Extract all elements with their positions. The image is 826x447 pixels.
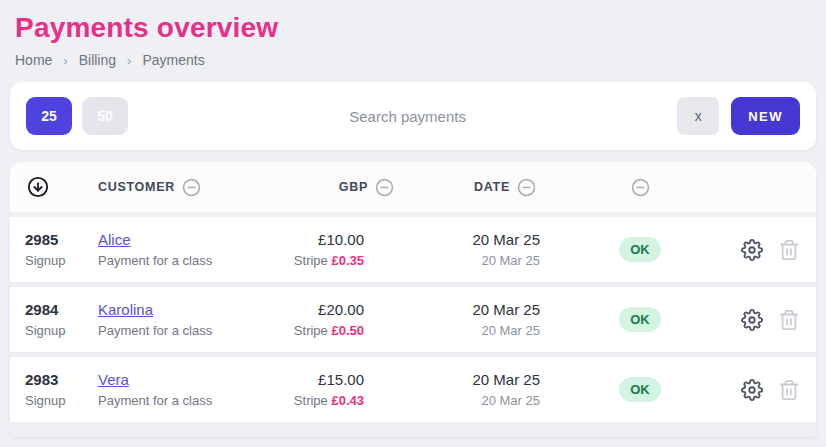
status-badge: OK <box>619 307 661 332</box>
payment-date-secondary: 20 Mar 25 <box>481 393 540 408</box>
payment-amount: £10.00 <box>318 231 364 248</box>
breadcrumb-item-payments: Payments <box>142 52 204 68</box>
trash-icon[interactable] <box>778 309 800 331</box>
payment-date: 20 Mar 25 <box>472 231 540 248</box>
column-header-date: DATE <box>474 180 510 194</box>
status-badge: OK <box>619 237 661 262</box>
payments-overview-page: Payments overview Home › Billing › Payme… <box>0 0 826 437</box>
payment-id: 2985 <box>25 231 98 248</box>
payment-type: Signup <box>25 393 98 408</box>
table-header-row: CUSTOMER GBP DATE <box>10 162 816 212</box>
payment-date: 20 Mar 25 <box>472 301 540 318</box>
payment-date-secondary: 20 Mar 25 <box>481 323 540 338</box>
payment-date-secondary: 20 Mar 25 <box>481 253 540 268</box>
table-row: 2985 Signup Alice Payment for a class £1… <box>10 212 816 282</box>
payments-table: CUSTOMER GBP DATE <box>10 162 816 437</box>
sort-arrow-down-circle-icon[interactable] <box>27 176 49 198</box>
settings-gear-icon[interactable] <box>741 239 763 261</box>
toolbar: 25 50 x NEW <box>10 82 816 150</box>
page-title: Payments overview <box>15 12 816 44</box>
payment-id: 2984 <box>25 301 98 318</box>
payment-description: Payment for a class <box>98 393 260 408</box>
payment-amount: £15.00 <box>318 371 364 388</box>
breadcrumb: Home › Billing › Payments <box>15 52 816 68</box>
chevron-right-icon: › <box>63 53 67 68</box>
customer-link[interactable]: Alice <box>98 231 260 248</box>
clear-search-button[interactable]: x <box>677 97 719 135</box>
trash-icon[interactable] <box>778 239 800 261</box>
column-header-customer: CUSTOMER <box>98 180 175 194</box>
minus-circle-icon[interactable] <box>182 178 201 197</box>
payment-type: Signup <box>25 323 98 338</box>
stripe-fee: Stripe £0.50 <box>294 323 364 338</box>
table-row: 2984 Signup Karolina Payment for a class… <box>10 282 816 352</box>
customer-link[interactable]: Vera <box>98 371 260 388</box>
payment-id: 2983 <box>25 371 98 388</box>
minus-circle-icon[interactable] <box>631 178 650 197</box>
row-separator <box>10 422 816 437</box>
page-size-50-button[interactable]: 50 <box>82 97 128 135</box>
status-badge: OK <box>619 377 661 402</box>
column-header-gbp: GBP <box>339 180 368 194</box>
search-input[interactable] <box>138 97 677 135</box>
page-size-25-button[interactable]: 25 <box>26 97 72 135</box>
settings-gear-icon[interactable] <box>741 309 763 331</box>
settings-gear-icon[interactable] <box>741 379 763 401</box>
payment-date: 20 Mar 25 <box>472 371 540 388</box>
chevron-right-icon: › <box>127 53 131 68</box>
table-row: 2983 Signup Vera Payment for a class £15… <box>10 352 816 422</box>
stripe-fee: Stripe £0.35 <box>294 253 364 268</box>
payment-amount: £20.00 <box>318 301 364 318</box>
customer-link[interactable]: Karolina <box>98 301 260 318</box>
minus-circle-icon[interactable] <box>517 178 536 197</box>
payment-type: Signup <box>25 253 98 268</box>
stripe-fee: Stripe £0.43 <box>294 393 364 408</box>
payment-description: Payment for a class <box>98 253 260 268</box>
new-payment-button[interactable]: NEW <box>731 97 800 135</box>
breadcrumb-item-billing[interactable]: Billing <box>79 52 116 68</box>
minus-circle-icon[interactable] <box>375 178 394 197</box>
breadcrumb-item-home[interactable]: Home <box>15 52 52 68</box>
payment-description: Payment for a class <box>98 323 260 338</box>
trash-icon[interactable] <box>778 379 800 401</box>
